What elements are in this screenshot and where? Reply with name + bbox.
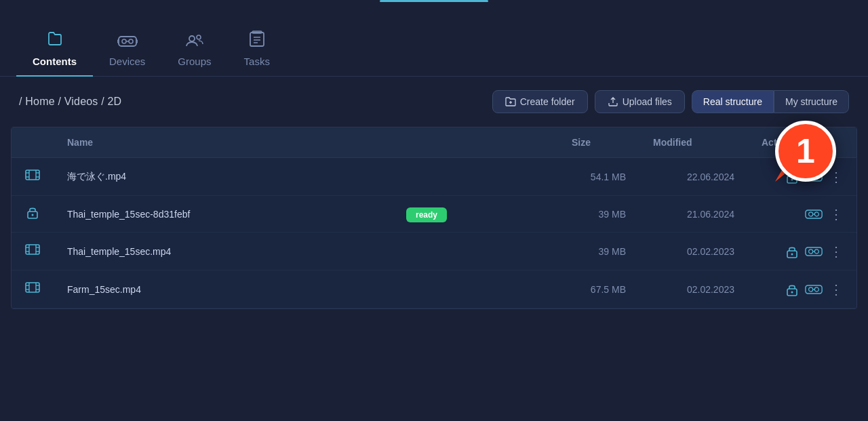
action-icons: ⋮ (762, 245, 843, 258)
svg-point-38 (791, 253, 793, 255)
lock-icon[interactable] (786, 170, 798, 184)
file-actions-cell: ⋮ (748, 270, 856, 308)
tab-tasks[interactable]: Tasks (228, 30, 286, 77)
tab-groups-label: Groups (178, 56, 211, 67)
structure-toggle: Real structure My structure (692, 90, 849, 113)
file-modified-cell: 02.02.2023 (639, 233, 748, 270)
tab-tasks-label: Tasks (244, 56, 270, 67)
file-table-wrapper: Name Size Modified Actions (11, 127, 857, 309)
col-header-modified: Modified (639, 127, 748, 158)
col-header-icon (12, 127, 54, 158)
table-header-row: Name Size Modified Actions (12, 127, 856, 158)
lock-icon[interactable] (786, 283, 798, 296)
film-icon (25, 170, 40, 185)
file-table: Name Size Modified Actions (12, 127, 856, 308)
svg-point-1 (122, 39, 126, 43)
file-name-cell: Farm_15sec.mp4 (54, 270, 393, 308)
film-icon (25, 245, 40, 260)
file-icon-cell (12, 158, 54, 196)
more-options-icon[interactable]: ⋮ (829, 283, 843, 296)
upload-files-button[interactable]: Upload files (595, 90, 685, 113)
svg-point-21 (791, 178, 793, 180)
real-structure-button[interactable]: Real structure (692, 90, 774, 113)
ready-badge: ready (406, 207, 447, 222)
badge-cell: ready (393, 196, 558, 233)
groups-icon (185, 33, 204, 50)
svg-point-50 (791, 291, 793, 293)
svg-point-23 (809, 174, 813, 178)
breadcrumb: / Home / Videos / 2D (19, 96, 121, 108)
file-name-cell: Thai_temple_15sec-8d31febf (54, 196, 393, 233)
toolbar-actions: Create folder Upload files Real structur… (492, 90, 849, 113)
svg-rect-7 (250, 33, 264, 46)
col-header-size: Size (558, 127, 639, 158)
action-icons: ⋮ (762, 283, 843, 296)
table-row: 海で泳ぐ.mp4 54.1 MB 22.06.2024 (12, 158, 856, 196)
file-name-cell: 海で泳ぐ.mp4 (54, 158, 393, 196)
tasks-icon (248, 30, 266, 50)
badge-cell (393, 158, 558, 196)
create-folder-label: Create folder (520, 96, 575, 107)
lock-file-icon (26, 207, 39, 222)
more-options-icon[interactable]: ⋮ (829, 170, 843, 184)
badge-cell (393, 233, 558, 270)
toolbar: / Home / Videos / 2D Create folder Uploa… (0, 77, 868, 127)
col-header-badge (393, 127, 558, 158)
create-folder-button[interactable]: Create folder (492, 90, 588, 113)
tab-devices[interactable]: Devices (93, 34, 161, 77)
svg-point-2 (129, 39, 133, 43)
file-actions-cell: ⋮ (748, 158, 856, 196)
file-modified-cell: 02.02.2023 (639, 270, 748, 308)
lock-icon[interactable] (786, 245, 798, 258)
tab-groups[interactable]: Groups (161, 33, 227, 77)
svg-point-24 (814, 174, 818, 178)
col-header-actions: Actions (748, 127, 856, 158)
svg-rect-13 (26, 170, 39, 180)
breadcrumb-path: / Home / Videos / 2D (19, 96, 121, 107)
file-icon-cell (12, 233, 54, 270)
file-modified-cell: 21.06.2024 (639, 196, 748, 233)
svg-rect-30 (26, 245, 39, 254)
svg-point-53 (814, 287, 818, 291)
svg-point-52 (809, 287, 813, 291)
upload-icon (608, 96, 618, 107)
svg-rect-42 (26, 283, 39, 292)
create-folder-icon (505, 96, 516, 107)
svg-point-40 (809, 249, 813, 253)
contents-icon (46, 30, 64, 50)
svg-point-29 (814, 212, 818, 216)
file-size-cell: 67.5 MB (558, 270, 639, 308)
action-icons: ⋮ (762, 170, 843, 184)
svg-point-41 (814, 249, 818, 253)
my-structure-button[interactable]: My structure (774, 90, 849, 113)
svg-point-28 (809, 212, 813, 216)
vr-preview-icon[interactable] (805, 283, 823, 296)
more-options-icon[interactable]: ⋮ (829, 207, 843, 221)
real-structure-label: Real structure (703, 96, 762, 107)
file-actions-cell: ⋮ (748, 196, 856, 233)
col-header-name: Name (54, 127, 393, 158)
file-icon-cell (12, 270, 54, 308)
tab-devices-label: Devices (109, 56, 145, 67)
devices-icon (117, 34, 138, 50)
tab-contents-label: Contents (33, 56, 77, 67)
tab-contents[interactable]: Contents (16, 30, 93, 77)
vr-preview-icon[interactable] (805, 245, 823, 258)
svg-point-26 (32, 214, 34, 216)
vr-preview-icon[interactable] (805, 208, 823, 220)
film-icon (25, 283, 40, 298)
svg-point-5 (197, 35, 201, 39)
table-row: Thai_temple_15sec.mp4 39 MB 02.02.2023 (12, 233, 856, 270)
file-size-cell: 39 MB (558, 196, 639, 233)
file-modified-cell: 22.06.2024 (639, 158, 748, 196)
file-actions-cell: ⋮ (748, 233, 856, 270)
my-structure-label: My structure (785, 96, 837, 107)
vr-preview-icon[interactable] (805, 171, 823, 183)
file-size-cell: 39 MB (558, 233, 639, 270)
table-row: Thai_temple_15sec-8d31febf ready 39 MB 2… (12, 196, 856, 233)
more-options-icon[interactable]: ⋮ (829, 245, 843, 258)
file-size-cell: 54.1 MB (558, 158, 639, 196)
progress-bar (380, 0, 488, 2)
nav-tabs: Contents Devices Groups (0, 2, 868, 77)
svg-point-4 (189, 36, 195, 41)
